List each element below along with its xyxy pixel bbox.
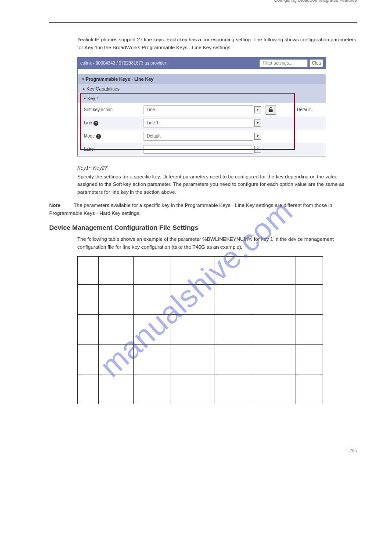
table-cell xyxy=(295,285,323,315)
table-cell: 4 (Key 4) xyxy=(78,374,99,404)
chevron-down-icon[interactable]: ▾ xyxy=(254,133,261,140)
field-select[interactable] xyxy=(144,145,253,154)
table-cell xyxy=(133,374,170,404)
table-cell: %BWLINE-EXT-4% xyxy=(250,374,295,404)
field-label: Line? xyxy=(78,120,144,126)
keys-body: Specify the settings for a specific key.… xyxy=(49,173,357,196)
table-row: 1 (Key 1)15 (Account registered) 0 (Acco… xyxy=(78,285,323,315)
chevron-down-icon[interactable]: ▾ xyxy=(254,106,261,113)
table-cell xyxy=(133,285,170,315)
table-header: Label (linekey.X.label) xyxy=(215,257,250,285)
table-cell: %BWLINE-LABEL-4% xyxy=(215,374,250,404)
table-body: 1 (Key 1)15 (Account registered) 0 (Acco… xyxy=(78,285,323,404)
field-label: Label xyxy=(78,147,144,152)
form-row: Mode?Default▾ xyxy=(78,130,326,143)
table-cell xyxy=(295,374,323,404)
table-header: Type ID (linekey.X.type) xyxy=(98,257,133,285)
field-select[interactable]: Line xyxy=(144,105,253,114)
table-cell xyxy=(295,315,323,345)
table-header: Extension (linekey.X.extension) xyxy=(250,257,295,285)
device-section-title: Device Management Configuration File Set… xyxy=(49,224,357,231)
table-cell: %BWLINE-LABEL-2% xyxy=(215,315,250,345)
table-cell: 1 (Key 1) xyxy=(78,285,99,315)
table-header: Key xyxy=(78,257,99,285)
table-row: 4 (Key 4)15 (Account registered) 0 (Acco… xyxy=(78,374,323,404)
device-intro: The following table shows an example of … xyxy=(49,236,357,251)
table-cell: 15 (Account registered) 0 (Account unreg… xyxy=(98,345,133,374)
header-text: Configuring BroadSoft Integrated Feature… xyxy=(49,0,357,3)
table-cell xyxy=(133,315,170,345)
screenshot-figure: ealink - 00004343 / 9702981673 as provid… xyxy=(77,57,357,156)
default-column: Default xyxy=(282,107,326,112)
section-key-capabilities[interactable]: ▸ Key Capabilities xyxy=(78,84,326,94)
table-cell: 15 (Account registered) 0 (Account unreg… xyxy=(98,315,133,345)
table-cell: 3 (Key 3) xyxy=(78,345,99,374)
table-header: Line (linekey.X.line) xyxy=(170,257,215,285)
table-header: Type Value (linekey.X.value) xyxy=(133,257,170,285)
form-row: Soft key actionLine▾Default xyxy=(78,103,326,116)
note-row: Note The parameters available for a spec… xyxy=(49,202,357,218)
table-cell: 15 (Account registered) 0 (Account unreg… xyxy=(98,374,133,404)
table-row: 3 (Key 3)15 (Account registered) 0 (Acco… xyxy=(78,345,323,374)
fig-toolbar: ealink - 00004343 / 9702981673 as provid… xyxy=(78,58,326,69)
field-select[interactable]: Line 1 xyxy=(144,119,253,127)
field-label: Soft key action xyxy=(78,107,144,112)
field-select[interactable]: Default xyxy=(144,132,253,141)
toolbar-title: ealink - 00004343 / 9702981673 as provid… xyxy=(80,61,166,65)
info-icon[interactable]: ? xyxy=(96,134,101,139)
chevron-down-icon[interactable]: ▾ xyxy=(254,146,261,153)
table-cell: %BWLINE-EXT-1% xyxy=(250,285,295,315)
filter-placeholder: Filter settings... xyxy=(263,61,292,65)
table-cell: %BWLINE-LINE-1% (%BWLINE-LINEPORT-1%) xyxy=(170,285,215,315)
section-key-1[interactable]: ▾ Key 1 xyxy=(78,94,326,103)
table-cell: 15 (Account registered) 0 (Account unreg… xyxy=(98,285,133,315)
lock-icon[interactable] xyxy=(266,105,276,115)
section-programmable-keys[interactable]: ▾ Programmable Keys - Line Key xyxy=(78,74,326,84)
table-cell: %BWLINE-LINE-2% (%BWLINE-LINEPORT-2%) xyxy=(170,315,215,345)
table-cell: 2 (Key 2) xyxy=(78,315,99,345)
fig-form-body: Soft key actionLine▾DefaultLine?Line 1▾M… xyxy=(78,103,326,156)
table-cell: %BWLINE-LABEL-1% xyxy=(215,285,250,315)
form-row: Label▾ xyxy=(78,143,326,156)
table-header: XML Phonebook xyxy=(295,257,323,285)
intro-paragraph: Yealink IP phones support 27 line keys. … xyxy=(49,36,357,52)
table-cell xyxy=(295,345,323,374)
table-cell: %BWLINE-EXT-3% xyxy=(250,345,295,374)
table-row: 2 (Key 2)15 (Account registered) 0 (Acco… xyxy=(78,315,323,345)
table-head: KeyType ID (linekey.X.type)Type Value (l… xyxy=(78,257,323,285)
header-rule xyxy=(49,22,357,23)
chevron-down-icon[interactable]: ▾ xyxy=(254,120,261,127)
filter-input[interactable]: Filter settings... xyxy=(259,59,308,67)
chevron-right-icon: ▸ xyxy=(83,87,85,91)
page-number: 285 xyxy=(49,448,357,453)
form-row: Line?Line 1▾ xyxy=(78,116,326,130)
chevron-down-icon: ▾ xyxy=(84,96,86,101)
table-cell: %BWLINE-LINE-4% (%BWLINE-LINEPORT-4%) xyxy=(170,374,215,404)
field-label: Mode? xyxy=(78,134,144,139)
table-cell: %BWLINE-LABEL-3% xyxy=(215,345,250,374)
keys-range-title: Key1~ Key27 xyxy=(77,165,357,170)
table-cell xyxy=(133,345,170,374)
chevron-down-icon: ▾ xyxy=(82,77,84,81)
table-cell: %BWLINE-LINE-3% (%BWLINE-LINEPORT-3%) xyxy=(170,345,215,374)
config-table: KeyType ID (linekey.X.type)Type Value (l… xyxy=(77,256,323,404)
note-body: The parameters available for a specific … xyxy=(49,203,332,216)
note-label: Note xyxy=(49,203,61,208)
clear-button[interactable]: Clea xyxy=(309,59,323,67)
info-icon[interactable]: ? xyxy=(94,121,98,126)
table-cell: %BWLINE-EXT-2% xyxy=(250,315,295,345)
